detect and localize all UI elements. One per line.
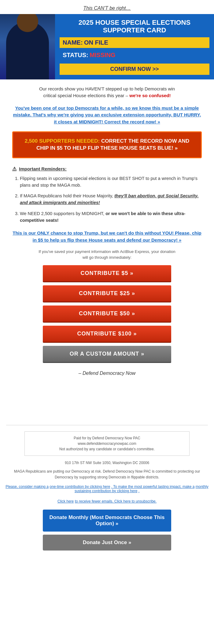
- cta-box-text: 2,500 SUPPORTERS NEEDED: CORRECT THE REC…: [19, 138, 195, 152]
- hero-confirm-button[interactable]: CONFIRM NOW >>: [60, 64, 209, 75]
- intro-line1: Our records show you HAVEN'T stepped up …: [39, 86, 175, 91]
- reminder-item-2: If MAGA Republicans hold their House Maj…: [20, 193, 202, 206]
- hero-status-label: STATUS:: [63, 52, 88, 58]
- intro-paragraph: Our records show you HAVEN'T stepped up …: [12, 86, 202, 99]
- contribute-5-button[interactable]: CONTRIBUTE $5 »: [43, 265, 171, 282]
- footer-address: 910 17th ST NW Suite 1050, Washington DC…: [0, 461, 214, 465]
- reminders-list: Flipping seats in upcoming special elect…: [12, 175, 202, 224]
- reminders-header: ⚠ Important Reminders:: [12, 166, 202, 172]
- footer-links-text1: Please, consider making a: [6, 485, 49, 489]
- footer-divider: [6, 425, 208, 425]
- header-title: This CAN'T be right…: [0, 0, 214, 14]
- hero-top-line1: 2025 HOUSE SPECIAL ELECTIONS SUPPORTER C…: [60, 19, 209, 34]
- unsubscribe-text: to receive fewer emails. Click here to u…: [75, 499, 157, 503]
- person-silhouette: [0, 14, 55, 79]
- hero-name-box: NAME: ON FILE: [60, 37, 209, 48]
- hero-confirm-text: CONFIRM NOW >>: [110, 66, 159, 72]
- footer-links-text3: .: [138, 489, 139, 493]
- footer-legal-line1: Paid for by Defend Democracy Now PAC: [74, 436, 140, 440]
- hero-status-value: MISSING: [90, 52, 115, 58]
- cta-highlight: 2,500 SUPPORTERS NEEDED:: [25, 138, 100, 144]
- hero-status-box: STATUS: MISSING: [60, 50, 209, 60]
- cta-box[interactable]: 2,500 SUPPORTERS NEEDED: CORRECT THE REC…: [12, 131, 202, 158]
- bottom-section: Donate Monthly (Most Democrats Choose Th…: [0, 510, 214, 563]
- person-body-shape: [6, 21, 49, 79]
- signature: – Defend Democracy Now: [12, 371, 202, 376]
- donate-monthly-button[interactable]: Donate Monthly (Most Democrats Choose Th…: [43, 510, 171, 532]
- hero-banner: 2025 HOUSE SPECIAL ELECTIONS SUPPORTER C…: [0, 14, 214, 79]
- reminders-section: ⚠ Important Reminders: Flipping seats in…: [12, 166, 202, 224]
- email-container: This CAN'T be right… 2025 HOUSE SPECIAL …: [0, 0, 214, 563]
- main-content: Our records show you HAVEN'T stepped up …: [0, 79, 214, 401]
- donate-once-button[interactable]: Donate Just Once »: [43, 535, 171, 551]
- footer-legal-text: Paid for by Defend Democracy Now PAC www…: [30, 435, 184, 452]
- person-head-shape: [17, 14, 38, 32]
- footer-legal-box: Paid for by Defend Democracy Now PAC www…: [24, 431, 190, 456]
- custom-amount-button[interactable]: OR A CUSTOM AMOUNT »: [43, 346, 171, 363]
- intro-link-text[interactable]: You've been one of our top Democrats for…: [12, 105, 202, 126]
- header-title-text: This CAN'T be right…: [83, 5, 131, 11]
- footer-links: Please, consider making a one-time contr…: [0, 485, 214, 493]
- reminder-item-1: Flipping seats in upcoming special elect…: [20, 175, 202, 189]
- footer-legal-line2: www.defenddemocracynowpac.com: [78, 441, 136, 446]
- payment-info: If you've saved your payment information…: [12, 249, 202, 260]
- hero-person-image: [0, 14, 55, 79]
- reminder-item-3: We NEED 2,500 supporters by MIDNIGHT, or…: [20, 210, 202, 224]
- hero-content: 2025 HOUSE SPECIAL ELECTIONS SUPPORTER C…: [55, 14, 214, 79]
- reminders-title: Important Reminders:: [19, 166, 67, 171]
- footer: Paid for by Defend Democracy Now PAC www…: [0, 431, 214, 503]
- intro-confused: we're so confused!: [129, 93, 171, 98]
- fewer-emails-link[interactable]: Click here: [57, 499, 74, 503]
- warning-icon: ⚠: [12, 166, 17, 172]
- footer-disclaimer: MAGA Republicans are putting our Democra…: [6, 469, 208, 480]
- payment-info-line1: If you've saved your payment information…: [39, 249, 175, 254]
- spacer: [0, 401, 214, 425]
- final-appeal-link[interactable]: This is our ONLY chance to stop Trump, b…: [12, 230, 202, 243]
- footer-legal-line3: Not authorized by any candidate or candi…: [59, 447, 155, 451]
- intro-line2: critical special House elections this ye…: [43, 93, 128, 98]
- footer-links-text2: . To make the most powerful lasting impa…: [111, 485, 195, 489]
- contribute-100-button[interactable]: CONTRIBUTE $100 »: [43, 326, 171, 343]
- contribute-25-button[interactable]: CONTRIBUTE $25 »: [43, 285, 171, 302]
- one-time-contribution-link[interactable]: one-time contribution by clicking here: [50, 485, 110, 489]
- contribute-50-button[interactable]: CONTRIBUTE $50 »: [43, 306, 171, 323]
- hero-name-label: NAME:: [63, 39, 83, 46]
- footer-unsubscribe: Click here to receive fewer emails. Clic…: [0, 499, 214, 503]
- hero-name-value: ON FILE: [84, 39, 108, 46]
- payment-info-line2: will go through immediately:: [83, 255, 131, 260]
